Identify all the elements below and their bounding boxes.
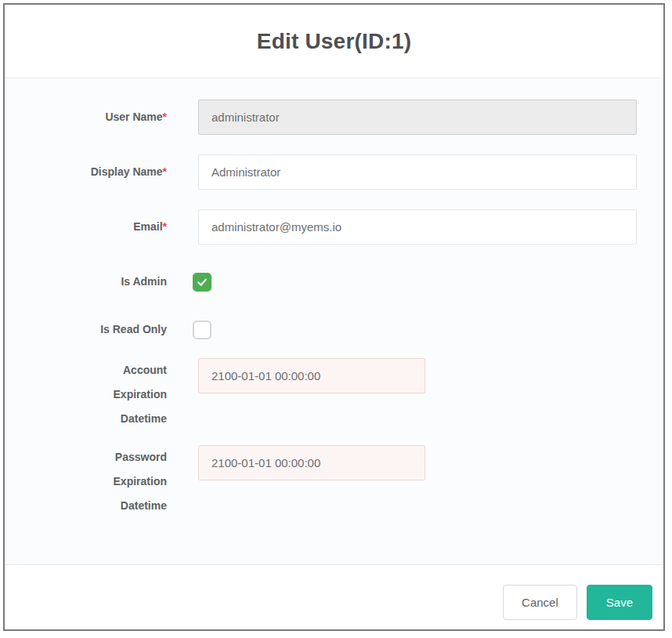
display-name-input[interactable] [198,154,637,190]
form-row-user-name: User Name* [5,100,663,135]
save-button[interactable]: Save [587,585,652,620]
check-icon [196,276,208,288]
form-row-display-name: Display Name* [5,154,663,190]
form-row-is-read-only: Is Read Only [5,312,663,347]
password-expiration-label: Password Expiration Datetime [74,445,167,518]
cancel-button[interactable]: Cancel [503,585,577,620]
is-read-only-checkbox[interactable] [193,321,211,339]
form-row-account-expiration: Account Expiration Datetime [5,358,663,431]
form-row-email: Email* [5,209,663,245]
modal-footer: Cancel Save [5,564,663,629]
edit-user-form: User Name* Display Name* Email* [5,78,663,564]
required-marker: * [163,165,167,178]
is-admin-label: Is Admin [121,270,167,294]
modal-title: Edit User(ID:1) [257,29,411,54]
modal-header: Edit User(ID:1) [5,5,663,78]
form-row-password-expiration: Password Expiration Datetime [5,445,663,518]
password-expiration-datetime-input[interactable] [198,445,425,480]
user-name-input [198,100,637,135]
email-input[interactable] [198,209,637,245]
account-expiration-label: Account Expiration Datetime [74,358,167,431]
is-read-only-label: Is Read Only [100,317,167,342]
email-label: Email* [133,215,167,239]
required-marker: * [163,220,167,233]
display-name-label: Display Name* [91,160,167,184]
user-name-label: User Name* [105,105,167,129]
account-expiration-datetime-input[interactable] [198,358,425,393]
is-admin-checkbox[interactable] [193,273,211,292]
required-marker: * [163,111,167,123]
form-row-is-admin: Is Admin [5,264,663,299]
edit-user-modal: Edit User(ID:1) User Name* Display Name*… [3,3,665,631]
